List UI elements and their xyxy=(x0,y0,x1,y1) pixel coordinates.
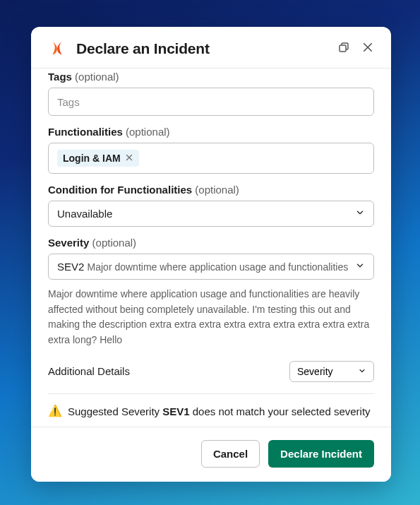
severity-select[interactable]: SEV2 Major downtime where application us… xyxy=(48,254,374,280)
chevron-down-icon xyxy=(358,366,366,377)
tags-label: Tags (optional) xyxy=(48,71,374,83)
declare-incident-button[interactable]: Declare Incident xyxy=(268,440,374,468)
app-logo-icon xyxy=(48,40,66,58)
tags-text-field[interactable] xyxy=(57,96,365,108)
tags-input[interactable] xyxy=(48,88,374,116)
additional-details-select[interactable]: Severity xyxy=(289,361,374,382)
chevron-down-icon xyxy=(355,208,365,220)
close-icon[interactable] xyxy=(361,41,374,57)
additional-details-row: Additional Details Severity xyxy=(48,361,374,382)
chevron-down-icon xyxy=(355,261,365,273)
condition-value: Unavailable xyxy=(57,208,349,220)
pop-out-icon[interactable] xyxy=(337,41,350,57)
svg-rect-1 xyxy=(340,45,346,52)
cancel-button[interactable]: Cancel xyxy=(201,440,260,468)
chip-label: Login & IAM xyxy=(63,153,121,164)
warning-text: Suggested Severity SEV1 does not match y… xyxy=(68,404,371,419)
severity-label: Severity (optional) xyxy=(48,237,374,249)
condition-label: Condition for Functionalities (optional) xyxy=(48,184,374,196)
additional-details-label: Additional Details xyxy=(48,365,130,377)
functionalities-input[interactable]: Login & IAM xyxy=(48,143,374,174)
condition-select[interactable]: Unavailable xyxy=(48,201,374,227)
declare-incident-modal: Declare an Incident Tags (optional) xyxy=(31,27,391,482)
modal-title: Declare an Incident xyxy=(76,40,328,57)
severity-warning: ⚠️ Suggested Severity SEV1 does not matc… xyxy=(48,394,374,427)
modal-footer: Cancel Declare Incident xyxy=(31,427,391,482)
severity-helper-text: Major downtime where application usage a… xyxy=(48,287,374,348)
severity-value: SEV2 Major downtime where application us… xyxy=(57,261,349,273)
chip-remove-icon[interactable] xyxy=(125,153,133,164)
modal-header: Declare an Incident xyxy=(31,27,391,68)
additional-details-value: Severity xyxy=(297,366,333,377)
modal-body: Tags (optional) Functionalities (optiona… xyxy=(31,69,391,427)
warning-icon: ⚠️ xyxy=(48,404,62,419)
functionalities-label: Functionalities (optional) xyxy=(48,126,374,138)
functionality-chip: Login & IAM xyxy=(57,150,139,167)
